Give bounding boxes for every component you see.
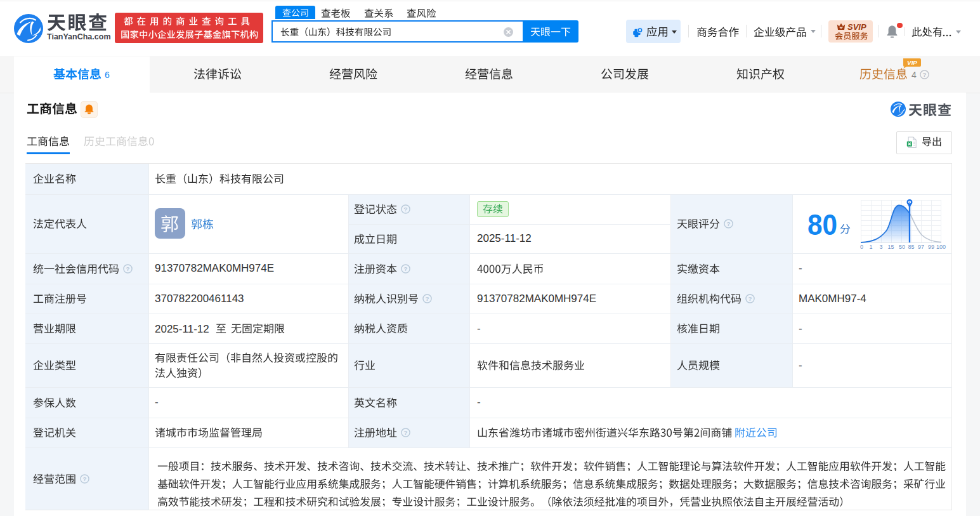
svg-text:?: ?	[748, 295, 752, 302]
svg-text:?: ?	[403, 206, 407, 213]
svg-text:?: ?	[403, 265, 407, 272]
svg-text:?: ?	[126, 265, 129, 272]
svg-text:VIP: VIP	[907, 59, 917, 66]
svg-text:?: ?	[82, 475, 86, 482]
svg-text:?: ?	[726, 220, 730, 227]
svg-text:?: ?	[425, 295, 429, 302]
svg-text:?: ?	[922, 71, 926, 78]
svg-text:?: ?	[403, 429, 407, 436]
